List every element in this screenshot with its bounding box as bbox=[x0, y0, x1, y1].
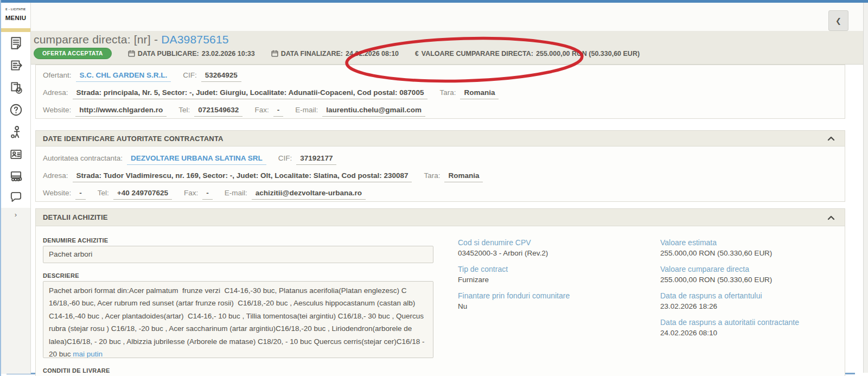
denumire-label: DENUMIRE ACHIZITIE bbox=[43, 237, 108, 244]
valoare-cumparare-directa: € VALOARE CUMPARARE DIRECTA: 255.000,00 … bbox=[415, 50, 640, 58]
calendar-icon bbox=[271, 50, 278, 57]
sidebar-lower: › bbox=[1, 208, 31, 374]
chevron-left-icon: ❮ bbox=[835, 17, 841, 25]
right-scroll-rail[interactable] bbox=[863, 3, 868, 373]
ofertant-name-link[interactable]: S.C. CHL GARDEN S.R.L. bbox=[76, 70, 171, 82]
info-column-right: Valoare estimata 255.000,00 RON (50.330,… bbox=[660, 238, 856, 344]
cpv-pair: Cod si denumire CPV 03452000-3 - Arbori … bbox=[458, 238, 653, 258]
chat-icon[interactable] bbox=[9, 189, 23, 204]
list-export-icon[interactable] bbox=[9, 58, 23, 73]
data-publicare: DATA PUBLICARE: 23.02.2026 10:33 bbox=[128, 50, 255, 58]
euro-icon: € bbox=[415, 50, 419, 58]
autoritate-adresa: Strada: Tudor Vladimirescu, nr. 169, Sec… bbox=[73, 170, 412, 182]
autoritate-email: achizitii@dezvoltare-urbana.ro bbox=[252, 188, 366, 200]
autoritate-name-link[interactable]: DEZVOLTARE URBANA SLATINA SRL bbox=[127, 153, 266, 165]
sidebar-expand-button[interactable]: › bbox=[1, 211, 30, 219]
detalii-panel-header[interactable]: DETALII ACHIZITIE bbox=[36, 209, 845, 226]
finantare-pair: Finantare prin fonduri comunitare Nu bbox=[458, 291, 653, 311]
detalii-body: DENUMIRE ACHIZITIE Pachet arbori DESCRIE… bbox=[36, 226, 845, 376]
autoritate-website: - bbox=[75, 188, 86, 200]
autoritate-tel: +40 249707625 bbox=[113, 188, 172, 200]
top-toolbar bbox=[31, 3, 863, 31]
autoritate-panel: DATE IDENTIFICARE AUTORITATE CONTRACTANT… bbox=[35, 130, 845, 202]
ofertant-tel: 0721549632 bbox=[194, 105, 242, 117]
ofertant-email: laurentiu.chelu@gmail.com bbox=[322, 105, 425, 117]
collapse-panel-button[interactable]: ❮ bbox=[828, 10, 848, 31]
status-badge: OFERTA ACCEPTATA bbox=[34, 48, 112, 59]
ofertant-tara: Romania bbox=[460, 87, 499, 99]
info-column-left: Cod si denumire CPV 03452000-3 - Arbori … bbox=[458, 238, 653, 317]
ofertant-cif: 53264925 bbox=[201, 70, 241, 82]
autoritate-contact-row: Website: - Tel: +40 249707625 Fax: - E-m… bbox=[43, 188, 838, 200]
mai-putin-link[interactable]: mai putin bbox=[73, 350, 103, 358]
descriere-label: DESCRIERE bbox=[43, 272, 79, 279]
menu-label[interactable]: MENIU bbox=[1, 15, 30, 21]
chevron-up-icon[interactable] bbox=[827, 213, 835, 222]
raspuns-ofertant-pair: Data de raspuns a ofertantului 23.02.202… bbox=[660, 291, 856, 311]
calendar-icon bbox=[128, 50, 135, 57]
detalii-panel: DETALII ACHIZITIE DENUMIRE ACHIZITIE Pac… bbox=[35, 208, 845, 376]
data-finalizare: DATA FINALIZARE: 24.02.2026 08:10 bbox=[271, 50, 399, 58]
ofertant-fax: - bbox=[273, 105, 284, 117]
printer-icon[interactable] bbox=[9, 169, 23, 183]
notice-number-link[interactable]: DA39875615 bbox=[161, 33, 229, 46]
autoritate-tara: Romania bbox=[444, 170, 483, 182]
ofertant-contact-row: Website: http://www.chlgarden.ro Tel: 07… bbox=[43, 105, 838, 117]
ofertant-panel: Ofertant: S.C. CHL GARDEN S.R.L. CIF: 53… bbox=[35, 65, 845, 119]
contact-card-icon[interactable] bbox=[9, 147, 23, 162]
autoritate-adresa-row: Adresa: Strada: Tudor Vladimirescu, nr. … bbox=[43, 170, 838, 182]
autoritate-cif: 37192177 bbox=[296, 153, 336, 165]
ofertant-adresa-row: Adresa: Strada: principala, Nr. 5, Secto… bbox=[43, 87, 838, 99]
sidebar: E - LICITATIE MENIU bbox=[1, 3, 31, 208]
descriere-textarea[interactable]: Pachet arbori format din:Acer palmatum f… bbox=[43, 281, 433, 358]
valoare-cumparare-pair: Valoare cumparare directa 255.000,00 RON… bbox=[660, 264, 856, 285]
descriere-text: Pachet arbori format din:Acer palmatum f… bbox=[49, 286, 426, 358]
sidebar-accent-bar bbox=[1, 28, 30, 32]
tip-contract-pair: Tip de contract Furnizare bbox=[458, 264, 653, 285]
autoritate-fax: - bbox=[202, 188, 213, 200]
page-title-prefix: cumparare directa: [nr] - bbox=[34, 33, 158, 46]
denumire-input[interactable]: Pachet arbori bbox=[43, 246, 433, 263]
help-icon[interactable] bbox=[9, 103, 23, 117]
chevron-up-icon[interactable] bbox=[827, 133, 835, 143]
ofertant-row: Ofertant: S.C. CHL GARDEN S.R.L. CIF: 53… bbox=[43, 70, 838, 82]
header-meta-row: OFERTA ACCEPTATA DATA PUBLICARE: 23.02.2… bbox=[34, 48, 640, 59]
app-logo: E - LICITATIE bbox=[1, 8, 30, 11]
raspuns-autoritate-pair: Data de raspuns a autoritatii contractan… bbox=[660, 317, 856, 338]
user-icon[interactable] bbox=[9, 125, 23, 139]
page-title: cumparare directa: [nr] - DA39875615 bbox=[34, 33, 229, 46]
folder-check-icon[interactable] bbox=[9, 80, 23, 95]
ofertant-website[interactable]: http://www.chlgarden.ro bbox=[75, 105, 167, 117]
autoritate-panel-header[interactable]: DATE IDENTIFICARE AUTORITATE CONTRACTANT… bbox=[36, 131, 845, 146]
conditii-livrare-label: CONDITII DE LIVRARE bbox=[43, 367, 110, 374]
valoare-estimata-pair: Valoare estimata 255.000,00 RON (50.330,… bbox=[660, 238, 856, 258]
document-icon[interactable] bbox=[9, 36, 23, 50]
ofertant-adresa: Strada: principala, Nr. 5, Sector: -, Ju… bbox=[73, 87, 428, 99]
autoritate-row: Autoritatea contractanta: DEZVOLTARE URB… bbox=[43, 153, 838, 165]
